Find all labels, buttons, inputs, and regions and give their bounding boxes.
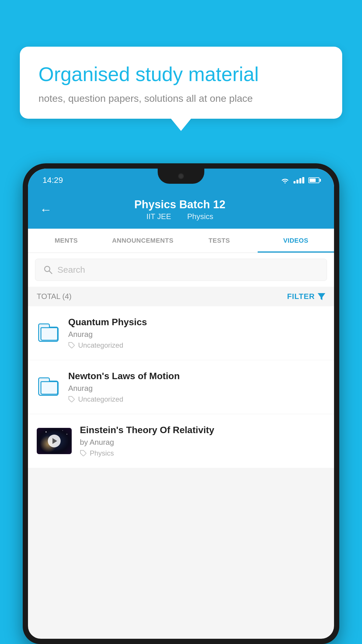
- folder-icon-wrap-1: [37, 320, 60, 346]
- filter-button[interactable]: FILTER: [287, 292, 325, 301]
- filter-label: FILTER: [287, 292, 315, 301]
- video-info-1: Quantum Physics Anurag Uncategorized: [68, 317, 325, 349]
- folder-icon-1: [38, 324, 59, 342]
- tab-videos[interactable]: VIDEOS: [258, 229, 334, 253]
- header-category: IIT JEE: [146, 212, 171, 221]
- wifi-icon: [281, 177, 289, 183]
- video-author-3: by Anurag: [80, 438, 325, 447]
- search-placeholder: Search: [57, 265, 85, 275]
- speech-bubble: Organised study material notes, question…: [20, 47, 342, 119]
- phone-inner: 14:29 ←: [28, 169, 334, 639]
- bubble-subtitle: notes, question papers, solutions all at…: [38, 93, 324, 104]
- list-item[interactable]: Quantum Physics Anurag Uncategorized: [28, 306, 334, 360]
- tag-icon-3: [80, 450, 87, 457]
- video-thumbnail-3: [37, 428, 72, 454]
- tag-icon-1: [68, 342, 75, 349]
- search-input-wrap[interactable]: Search: [35, 259, 327, 281]
- tag-icon-2: [68, 396, 75, 403]
- filter-icon: [318, 293, 325, 300]
- signal-icon: [294, 177, 304, 183]
- video-title-1: Quantum Physics: [68, 317, 325, 328]
- notch: [158, 169, 204, 184]
- video-tag-1: Uncategorized: [68, 341, 325, 349]
- header-text: Physics Batch 12 IIT JEE Physics: [61, 198, 299, 221]
- play-triangle-icon: [52, 438, 57, 444]
- svg-marker-2: [318, 293, 325, 300]
- video-tag-2: Uncategorized: [68, 395, 325, 403]
- video-title-2: Newton's Laws of Motion: [68, 371, 325, 382]
- video-author-2: Anurag: [68, 384, 325, 393]
- camera-dot: [178, 173, 184, 179]
- status-time: 14:29: [43, 176, 63, 185]
- list-item[interactable]: Einstein's Theory Of Relativity by Anura…: [28, 414, 334, 468]
- tag-label-3: Physics: [90, 449, 114, 457]
- tab-ments[interactable]: MENTS: [28, 229, 105, 253]
- tag-label-2: Uncategorized: [78, 395, 123, 403]
- tag-label-1: Uncategorized: [78, 341, 123, 349]
- status-icons: [281, 177, 319, 183]
- bubble-title: Organised study material: [38, 62, 324, 86]
- tab-announcements[interactable]: ANNOUNCEMENTS: [105, 229, 181, 253]
- tabs: MENTS ANNOUNCEMENTS TESTS VIDEOS: [28, 229, 334, 253]
- header-subject: Physics: [187, 212, 213, 221]
- video-tag-3: Physics: [80, 449, 325, 457]
- video-list: Quantum Physics Anurag Uncategorized: [28, 306, 334, 468]
- video-info-3: Einstein's Theory Of Relativity by Anura…: [80, 425, 325, 457]
- header-title: Physics Batch 12: [61, 198, 299, 211]
- battery-icon: [308, 177, 319, 183]
- back-button[interactable]: ←: [40, 204, 52, 216]
- video-author-1: Anurag: [68, 330, 325, 339]
- status-bar: 14:29: [28, 169, 334, 192]
- search-bar: Search: [28, 253, 334, 287]
- play-button[interactable]: [48, 435, 61, 447]
- filter-bar: TOTAL (4) FILTER: [28, 287, 334, 306]
- folder-icon-2: [38, 378, 59, 396]
- video-info-2: Newton's Laws of Motion Anurag Uncategor…: [68, 371, 325, 403]
- star: [62, 430, 63, 431]
- header-subtitle: IIT JEE Physics: [61, 212, 299, 221]
- star: [66, 434, 67, 435]
- star: [45, 431, 47, 433]
- tab-tests[interactable]: TESTS: [181, 229, 258, 253]
- list-item[interactable]: Newton's Laws of Motion Anurag Uncategor…: [28, 360, 334, 414]
- video-title-3: Einstein's Theory Of Relativity: [80, 425, 325, 435]
- total-count: TOTAL (4): [37, 292, 71, 301]
- phone-frame: 14:29 ←: [23, 163, 339, 644]
- svg-line-1: [49, 271, 52, 274]
- folder-icon-wrap-2: [37, 374, 60, 400]
- search-icon: [43, 265, 53, 274]
- app-header: ← Physics Batch 12 IIT JEE Physics: [28, 192, 334, 229]
